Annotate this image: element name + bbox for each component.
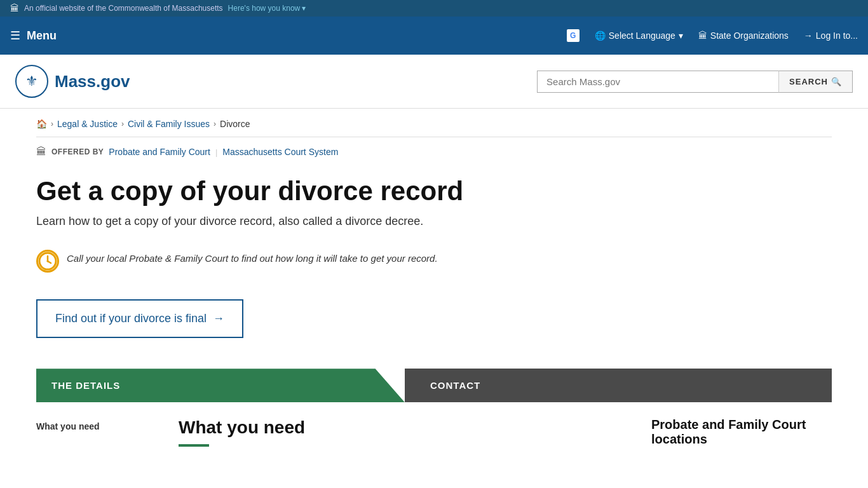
court-system-link[interactable]: Massachusetts Court System bbox=[222, 147, 338, 157]
state-organizations-link[interactable]: 🏛 State Organizations bbox=[698, 30, 789, 41]
menu-label: Menu bbox=[27, 29, 57, 43]
courthouse-icon: 🏛 bbox=[36, 146, 46, 158]
search-input[interactable] bbox=[537, 71, 778, 93]
globe-icon: 🌐 bbox=[595, 30, 606, 41]
state-organizations-label: State Organizations bbox=[710, 30, 789, 41]
content-heading: What you need bbox=[179, 417, 626, 438]
right-panel: Probate and Family Court locations bbox=[641, 417, 832, 457]
search-area: SEARCH 🔍 bbox=[537, 71, 853, 93]
breadcrumb-civil-family[interactable]: Civil & Family Issues bbox=[128, 119, 210, 129]
cta-label: Find out if your divorce is final bbox=[55, 312, 207, 325]
breadcrumb-separator-2: › bbox=[121, 119, 124, 128]
chevron-down-icon: ▾ bbox=[302, 4, 306, 13]
select-language-label: Select Language bbox=[609, 30, 675, 41]
mass-seal-icon: ⚜ bbox=[15, 65, 48, 98]
site-logo-text: Mass.gov bbox=[55, 72, 130, 92]
probate-court-link[interactable]: Probate and Family Court bbox=[109, 147, 210, 157]
search-icon: 🔍 bbox=[831, 77, 842, 86]
search-button[interactable]: SEARCH 🔍 bbox=[778, 71, 853, 93]
log-in-link[interactable]: → Log In to... bbox=[804, 30, 858, 41]
top-banner: 🏛 An official website of the Commonwealt… bbox=[0, 0, 868, 17]
google-translate-icon: G bbox=[567, 29, 580, 42]
arrow-right-icon: → bbox=[213, 312, 224, 325]
breadcrumb: 🏠 › Legal & Justice › Civil & Family Iss… bbox=[36, 109, 832, 137]
content-area: What you need bbox=[163, 417, 641, 457]
site-header: ⚜ Mass.gov SEARCH 🔍 bbox=[0, 55, 868, 109]
breadcrumb-current: Divorce bbox=[220, 119, 250, 129]
alert-box: Call your local Probate & Family Court t… bbox=[36, 241, 832, 281]
tab-contact-label: CONTACT bbox=[430, 380, 480, 391]
nav-right: G 🌐 Select Language ▾ 🏛 State Organizati… bbox=[567, 29, 858, 42]
official-text: An official website of the Commonwealth … bbox=[24, 4, 223, 13]
right-panel-title: Probate and Family Court locations bbox=[651, 417, 832, 447]
breadcrumb-separator-1: › bbox=[51, 119, 53, 128]
offered-by: 🏛 OFFERED BY Probate and Family Court | … bbox=[36, 137, 832, 166]
building-icon: 🏛 bbox=[698, 30, 707, 41]
breadcrumb-legal-justice[interactable]: Legal & Justice bbox=[57, 119, 118, 129]
sidebar-nav: What you need bbox=[36, 417, 163, 457]
offered-by-divider: | bbox=[215, 147, 217, 157]
bottom-section: What you need What you need Probate and … bbox=[36, 402, 832, 457]
tabs-section: THE DETAILS CONTACT bbox=[36, 369, 832, 402]
chevron-down-icon: ▾ bbox=[679, 30, 683, 41]
log-in-label: Log In to... bbox=[816, 30, 858, 41]
home-icon: 🏠 bbox=[36, 119, 47, 129]
nav-bar: ☰ Menu G 🌐 Select Language ▾ 🏛 State Org… bbox=[0, 17, 868, 55]
tab-contact[interactable]: CONTACT bbox=[405, 369, 832, 402]
offered-by-label: OFFERED BY bbox=[51, 147, 104, 156]
page-title: Get a copy of your divorce record bbox=[36, 177, 832, 206]
alert-text: Call your local Probate & Family Court t… bbox=[67, 250, 438, 264]
clock-icon bbox=[36, 250, 59, 273]
heres-how-label: Here's how you know bbox=[228, 4, 301, 13]
page-subtitle: Learn how to get a copy of your divorce … bbox=[36, 215, 832, 228]
menu-button[interactable]: ☰ Menu bbox=[10, 29, 57, 43]
seal-icon: 🏛 bbox=[10, 3, 19, 13]
select-language-link[interactable]: 🌐 Select Language ▾ bbox=[595, 30, 683, 41]
breadcrumb-separator-3: › bbox=[214, 119, 216, 128]
tab-details[interactable]: THE DETAILS bbox=[36, 369, 405, 402]
tab-details-label: THE DETAILS bbox=[51, 380, 120, 391]
hamburger-icon: ☰ bbox=[10, 29, 20, 43]
login-icon: → bbox=[804, 30, 813, 41]
page-title-section: Get a copy of your divorce record Learn … bbox=[36, 166, 832, 363]
main-container: 🏠 › Legal & Justice › Civil & Family Iss… bbox=[21, 109, 847, 457]
sidebar-nav-item-what-you-need[interactable]: What you need bbox=[36, 417, 151, 435]
content-underline-decoration bbox=[179, 444, 209, 447]
search-label: SEARCH bbox=[789, 77, 828, 86]
logo-area[interactable]: ⚜ Mass.gov bbox=[15, 65, 130, 98]
heres-how-link[interactable]: Here's how you know ▾ bbox=[228, 4, 306, 13]
breadcrumb-home[interactable]: 🏠 bbox=[36, 119, 47, 129]
svg-point-3 bbox=[47, 261, 49, 262]
cta-button[interactable]: Find out if your divorce is final → bbox=[36, 299, 243, 338]
